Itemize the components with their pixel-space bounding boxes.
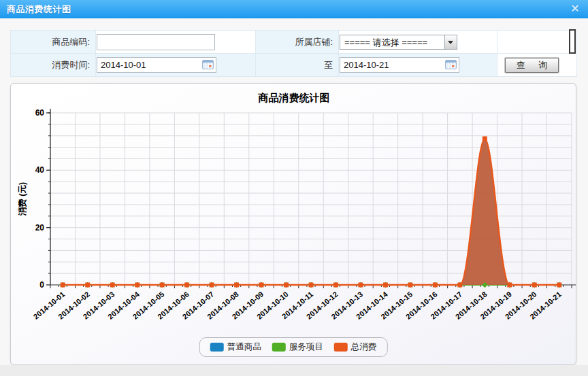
marker-square bbox=[160, 283, 165, 288]
marker-square bbox=[358, 283, 363, 288]
legend-label: 总消费 bbox=[351, 341, 377, 353]
date-to-input[interactable] bbox=[340, 57, 459, 73]
y-tick-label: 0 bbox=[39, 280, 44, 290]
marker-square bbox=[110, 283, 115, 288]
store-select-button[interactable] bbox=[444, 35, 457, 49]
date-from-input[interactable] bbox=[97, 57, 216, 73]
time-label: 消费时间: bbox=[11, 54, 96, 77]
to-label: 至 bbox=[256, 54, 339, 77]
consumption-chart-svg: 02040602014-10-012014-10-022014-10-03201… bbox=[11, 84, 577, 366]
store-select[interactable]: ===== 请选择 ===== bbox=[340, 35, 457, 50]
legend-item: 服务项目 bbox=[272, 341, 323, 353]
legend-item: 总消费 bbox=[334, 341, 377, 353]
marker-square bbox=[408, 283, 412, 288]
marker-square bbox=[85, 283, 90, 288]
search-button[interactable]: 查 询 bbox=[505, 58, 559, 73]
marker-square bbox=[507, 283, 512, 288]
store-label: 所属店铺: bbox=[256, 31, 339, 54]
y-tick-label: 20 bbox=[35, 223, 45, 233]
dialog-titlebar: 商品消费统计图 ✕ bbox=[0, 0, 588, 18]
calendar-icon[interactable] bbox=[445, 60, 457, 69]
chart-panel: 02040602014-10-012014-10-022014-10-03201… bbox=[10, 83, 576, 365]
dialog-bottom-margin bbox=[0, 365, 588, 376]
marker-square bbox=[433, 283, 438, 288]
marker-square bbox=[309, 283, 314, 288]
vertical-scrollbar-thumb[interactable] bbox=[569, 29, 576, 54]
y-tick-label: 40 bbox=[35, 165, 45, 175]
marker-square bbox=[234, 283, 239, 288]
empty-cell bbox=[497, 31, 577, 54]
legend-swatch bbox=[210, 343, 224, 352]
chart-title: 商品消费统计图 bbox=[258, 92, 330, 103]
marker-square bbox=[61, 283, 65, 288]
marker-square bbox=[210, 283, 214, 288]
marker-square bbox=[135, 283, 140, 288]
chevron-down-icon bbox=[448, 41, 453, 44]
marker-square bbox=[383, 283, 388, 288]
marker-square bbox=[333, 283, 338, 288]
product-code-input[interactable] bbox=[97, 34, 215, 50]
search-form: 商品编码: 所属店铺: ===== 请选择 ===== 消费时间: bbox=[10, 30, 577, 77]
close-icon[interactable]: ✕ bbox=[568, 2, 582, 16]
form-row-1: 商品编码: 所属店铺: ===== 请选择 ===== bbox=[11, 31, 577, 54]
series-area-总消费 bbox=[63, 139, 559, 285]
store-select-value: ===== 请选择 ===== bbox=[344, 37, 427, 49]
marker-square bbox=[284, 283, 289, 288]
marker-square bbox=[557, 283, 561, 288]
marker-square bbox=[259, 283, 264, 288]
legend-swatch bbox=[334, 343, 348, 352]
marker-square bbox=[184, 283, 189, 288]
marker-square bbox=[483, 136, 487, 141]
marker-square bbox=[457, 283, 462, 288]
legend-item: 普通商品 bbox=[210, 341, 261, 353]
marker-square bbox=[532, 283, 537, 288]
legend-swatch bbox=[272, 343, 286, 352]
product-code-label: 商品编码: bbox=[11, 31, 96, 54]
dialog-title: 商品消费统计图 bbox=[7, 3, 71, 16]
legend-label: 服务项目 bbox=[289, 341, 323, 353]
calendar-icon[interactable] bbox=[202, 60, 214, 69]
form-row-2: 消费时间: 至 bbox=[11, 54, 577, 77]
legend-label: 普通商品 bbox=[227, 341, 261, 353]
y-axis-title: 消费 (元) bbox=[18, 182, 27, 216]
y-tick-label: 60 bbox=[35, 108, 45, 118]
chart-legend: 普通商品服务项目总消费 bbox=[199, 337, 388, 357]
